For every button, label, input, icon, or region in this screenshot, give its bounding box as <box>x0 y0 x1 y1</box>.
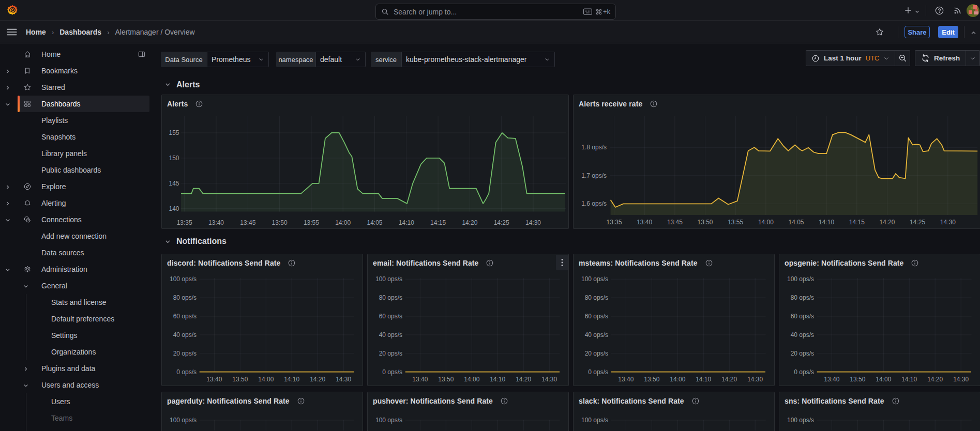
svg-text:60 ops/s: 60 ops/s <box>791 313 814 320</box>
svg-text:40 ops/s: 40 ops/s <box>379 331 402 338</box>
svg-text:20 ops/s: 20 ops/s <box>379 350 402 357</box>
svg-text:100 ops/s: 100 ops/s <box>787 275 814 283</box>
svg-text:1.7 ops/s: 1.7 ops/s <box>581 172 607 179</box>
svg-text:20 ops/s: 20 ops/s <box>791 350 814 357</box>
svg-text:40 ops/s: 40 ops/s <box>585 331 608 338</box>
svg-text:13:35: 13:35 <box>177 219 192 226</box>
svg-text:14:15: 14:15 <box>849 219 865 226</box>
svg-text:14:30: 14:30 <box>953 376 969 383</box>
svg-text:14:30: 14:30 <box>541 376 557 383</box>
svg-text:14:05: 14:05 <box>788 219 804 226</box>
svg-text:14:00: 14:00 <box>335 219 351 226</box>
svg-text:100 ops/s: 100 ops/s <box>375 275 402 283</box>
svg-text:14:00: 14:00 <box>258 376 274 383</box>
svg-text:150: 150 <box>169 155 179 162</box>
svg-text:13:45: 13:45 <box>667 219 683 226</box>
svg-text:13:50: 13:50 <box>272 219 288 226</box>
svg-text:13:40: 13:40 <box>412 376 428 383</box>
svg-text:13:40: 13:40 <box>206 376 222 383</box>
svg-text:13:55: 13:55 <box>304 219 319 226</box>
svg-text:14:00: 14:00 <box>670 376 685 383</box>
svg-text:14:20: 14:20 <box>927 376 943 383</box>
svg-text:14:05: 14:05 <box>367 219 382 226</box>
svg-text:14:25: 14:25 <box>910 219 925 226</box>
svg-text:14:00: 14:00 <box>758 219 774 226</box>
svg-text:80 ops/s: 80 ops/s <box>791 294 814 301</box>
svg-text:14:10: 14:10 <box>819 219 834 226</box>
svg-text:14:10: 14:10 <box>696 376 711 383</box>
svg-text:13:45: 13:45 <box>240 219 255 226</box>
svg-text:80 ops/s: 80 ops/s <box>585 294 608 301</box>
svg-text:0 ops/s: 0 ops/s <box>588 368 608 376</box>
svg-text:14:00: 14:00 <box>464 376 479 383</box>
svg-text:80 ops/s: 80 ops/s <box>173 294 197 301</box>
svg-text:60 ops/s: 60 ops/s <box>173 313 197 320</box>
svg-text:100 ops/s: 100 ops/s <box>581 417 608 424</box>
svg-text:155: 155 <box>169 129 179 136</box>
svg-text:80 ops/s: 80 ops/s <box>379 294 402 301</box>
svg-text:0 ops/s: 0 ops/s <box>382 368 402 376</box>
svg-text:1.8 ops/s: 1.8 ops/s <box>581 144 607 151</box>
svg-text:14:30: 14:30 <box>747 376 763 383</box>
svg-text:140: 140 <box>169 205 179 212</box>
svg-text:14:20: 14:20 <box>516 376 531 383</box>
svg-text:100 ops/s: 100 ops/s <box>170 417 197 424</box>
svg-text:13:35: 13:35 <box>607 219 622 226</box>
svg-text:13:50: 13:50 <box>438 376 454 383</box>
svg-text:13:50: 13:50 <box>232 376 248 383</box>
svg-text:1.6 ops/s: 1.6 ops/s <box>581 200 607 207</box>
svg-text:13:50: 13:50 <box>697 219 713 226</box>
svg-text:14:00: 14:00 <box>876 376 891 383</box>
svg-text:100 ops/s: 100 ops/s <box>170 275 197 283</box>
svg-text:60 ops/s: 60 ops/s <box>585 313 608 320</box>
svg-text:14:20: 14:20 <box>721 376 737 383</box>
svg-text:60 ops/s: 60 ops/s <box>379 313 402 320</box>
svg-text:20 ops/s: 20 ops/s <box>585 350 608 357</box>
svg-text:13:40: 13:40 <box>618 376 634 383</box>
svg-text:14:30: 14:30 <box>336 376 351 383</box>
svg-text:14:20: 14:20 <box>462 219 477 226</box>
svg-text:14:10: 14:10 <box>284 376 299 383</box>
svg-text:0 ops/s: 0 ops/s <box>176 368 197 376</box>
svg-text:14:10: 14:10 <box>490 376 505 383</box>
svg-text:14:15: 14:15 <box>430 219 446 226</box>
svg-text:13:40: 13:40 <box>208 219 224 226</box>
svg-text:13:50: 13:50 <box>644 376 659 383</box>
svg-text:100 ops/s: 100 ops/s <box>581 275 608 283</box>
svg-text:14:10: 14:10 <box>901 376 917 383</box>
svg-text:14:25: 14:25 <box>494 219 509 226</box>
svg-text:13:55: 13:55 <box>728 219 743 226</box>
svg-text:14:30: 14:30 <box>525 219 541 226</box>
svg-text:100 ops/s: 100 ops/s <box>787 417 814 424</box>
svg-text:14:20: 14:20 <box>879 219 895 226</box>
svg-text:40 ops/s: 40 ops/s <box>173 331 197 338</box>
svg-text:100 ops/s: 100 ops/s <box>375 417 402 424</box>
svg-text:13:40: 13:40 <box>637 219 652 226</box>
svg-text:13:40: 13:40 <box>824 376 839 383</box>
svg-text:40 ops/s: 40 ops/s <box>791 331 814 338</box>
svg-text:20 ops/s: 20 ops/s <box>173 350 197 357</box>
svg-text:14:30: 14:30 <box>940 219 956 226</box>
svg-text:13:50: 13:50 <box>850 376 865 383</box>
svg-text:14:10: 14:10 <box>399 219 414 226</box>
svg-text:0 ops/s: 0 ops/s <box>794 368 814 376</box>
svg-text:14:20: 14:20 <box>310 376 325 383</box>
svg-text:145: 145 <box>169 180 179 187</box>
